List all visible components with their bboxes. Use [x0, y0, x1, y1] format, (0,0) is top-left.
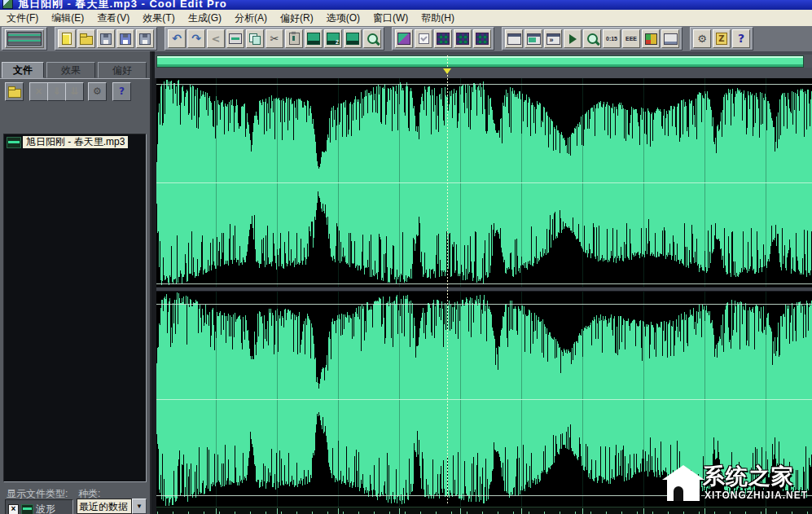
- window-plain-button[interactable]: [505, 29, 523, 48]
- open-file-button[interactable]: [77, 29, 95, 48]
- scissors-icon: ✂: [270, 33, 279, 44]
- cue-list-icon: [527, 33, 541, 45]
- overview-scroll-bar[interactable]: [156, 55, 804, 68]
- cue-list-button[interactable]: [525, 29, 542, 48]
- cursor-strip[interactable]: [155, 68, 812, 79]
- stereo-waveform[interactable]: [155, 78, 812, 514]
- help-button[interactable]: ?: [732, 29, 750, 48]
- transport-play-button[interactable]: [564, 29, 582, 48]
- waveform-display[interactable]: 系统之家 XITONGZHIJIA.NET: [151, 51, 812, 514]
- redo-button[interactable]: ↷: [187, 29, 205, 48]
- save-file-button[interactable]: [97, 29, 115, 48]
- status-bar-button[interactable]: [661, 29, 679, 48]
- type-filter-波形: ×波形: [8, 502, 72, 514]
- gears-icon: ⚙: [93, 86, 102, 97]
- cut-button[interactable]: ✂: [266, 29, 283, 48]
- menu-a[interactable]: 分析(A): [228, 10, 274, 27]
- menu-g[interactable]: 生成(G): [182, 10, 228, 27]
- play-list-button[interactable]: [544, 29, 562, 48]
- waveform-file-icon: [7, 137, 21, 148]
- house-logo-icon: [661, 463, 706, 504]
- tiles-icon: [645, 33, 657, 45]
- paste-to-new-button[interactable]: [305, 29, 323, 48]
- multitrack-view-button[interactable]: [5, 29, 44, 48]
- cursor-tool-button[interactable]: <: [207, 29, 225, 48]
- zoom-to-selection-button[interactable]: [363, 29, 381, 48]
- help-button[interactable]: ?: [112, 82, 131, 101]
- save-icon: [100, 33, 112, 45]
- file-type-filter-box: ×波形×♪MIDI×▦视频: [5, 499, 73, 514]
- list-options-button[interactable]: ⚙: [88, 82, 107, 101]
- group-view-1-button[interactable]: [434, 29, 452, 48]
- save-as-button[interactable]: [116, 29, 134, 48]
- menu-v[interactable]: 查看(V): [90, 10, 136, 27]
- new-file-icon: [62, 33, 72, 45]
- save-all-button[interactable]: [136, 29, 154, 48]
- close-icon: ×: [34, 86, 42, 97]
- playback-cursor[interactable]: [447, 55, 448, 503]
- multitrack-icon: [7, 32, 42, 46]
- play-icon: [569, 34, 577, 44]
- toolbar-group: [2, 27, 47, 51]
- tab-favorites[interactable]: 偏好: [98, 62, 147, 78]
- paste-button[interactable]: [285, 29, 303, 48]
- menu-t[interactable]: 效果(T): [136, 10, 181, 27]
- settings-button[interactable]: ⚙: [693, 29, 711, 48]
- wave-insert-icon: ⇊: [70, 86, 78, 97]
- new-file-button[interactable]: [58, 29, 76, 48]
- trim-icon: [229, 33, 242, 44]
- sample-format-icon: EEE: [625, 36, 637, 42]
- app-icon: [2, 0, 13, 9]
- grid-icon: [476, 33, 489, 45]
- toolbar-group: 0:15EEE: [502, 27, 683, 51]
- overview-strip: [155, 55, 812, 68]
- tab-files[interactable]: 文件: [2, 62, 44, 78]
- copy-button[interactable]: [246, 29, 264, 48]
- checkbox-icon: [419, 33, 429, 44]
- menu-w[interactable]: 窗口(W): [366, 10, 415, 27]
- menu-f[interactable]: 文件(F): [0, 10, 45, 27]
- spectral-view-button[interactable]: [395, 29, 413, 48]
- insert-to-cdlist-button[interactable]: ⇊: [65, 82, 84, 101]
- sample-format-button[interactable]: EEE: [622, 29, 640, 48]
- window-icon: [507, 33, 521, 45]
- edit-enable-button[interactable]: [415, 29, 432, 48]
- cursor-icon: <: [212, 33, 221, 44]
- zoom-window-button[interactable]: [583, 29, 601, 48]
- menu-h[interactable]: 帮助(H): [415, 10, 461, 27]
- copy-to-new-button[interactable]: 2: [324, 29, 342, 48]
- type-filter-label: 波形: [36, 503, 55, 514]
- playback-cursor-handle[interactable]: [443, 68, 451, 74]
- trim-button[interactable]: [226, 29, 244, 48]
- sort-dropdown[interactable]: 最近的数据 ▼: [77, 499, 147, 514]
- paste-new-icon: [307, 33, 320, 45]
- open-file-button[interactable]: [5, 82, 24, 101]
- title-bar[interactable]: 旭日阳刚 - 春天里.mp3 - Cool Edit Pro: [0, 0, 812, 10]
- toolbar: ↶↷<✂20:15EEE⚙Z?: [0, 26, 812, 51]
- mix-paste-button[interactable]: [344, 29, 362, 48]
- cool-edit-pro-window: 旭日阳刚 - 春天里.mp3 - Cool Edit Pro 文件(F)编辑(E…: [0, 0, 812, 514]
- tab-effects[interactable]: 效果: [46, 62, 95, 78]
- undo-button[interactable]: ↶: [168, 29, 186, 48]
- main-area: 文件效果偏好 ×⇓⇊⚙? 旭日阳刚 - 春天里.mp3 显示文件类型: 种类: …: [0, 51, 812, 514]
- group-view-2-button[interactable]: [454, 29, 472, 48]
- checkbox[interactable]: ×: [8, 504, 19, 514]
- time-window-button[interactable]: 0:15: [603, 29, 621, 48]
- menu-o[interactable]: 选项(O): [320, 10, 366, 27]
- chevron-down-icon[interactable]: ▼: [132, 499, 147, 514]
- insert-to-multitrack-button[interactable]: ⇓: [47, 82, 66, 101]
- watermark-title: 系统之家: [703, 462, 794, 491]
- file-list-item[interactable]: 旭日阳刚 - 春天里.mp3: [5, 135, 146, 149]
- waveform-icon: [21, 504, 33, 514]
- file-list[interactable]: 旭日阳刚 - 春天里.mp3: [3, 134, 147, 482]
- menu-r[interactable]: 偏好(R): [274, 10, 320, 27]
- color-tiles-button[interactable]: [642, 29, 660, 48]
- mix-paste-icon: [346, 33, 359, 45]
- scripts-button[interactable]: Z: [713, 29, 731, 48]
- script-icon: Z: [716, 33, 726, 45]
- group-view-3-button[interactable]: [473, 29, 491, 48]
- open-folder-icon: [8, 89, 21, 98]
- spectral-icon: [397, 33, 410, 45]
- close-file-button[interactable]: ×: [29, 82, 48, 101]
- menu-e[interactable]: 编辑(E): [45, 10, 90, 27]
